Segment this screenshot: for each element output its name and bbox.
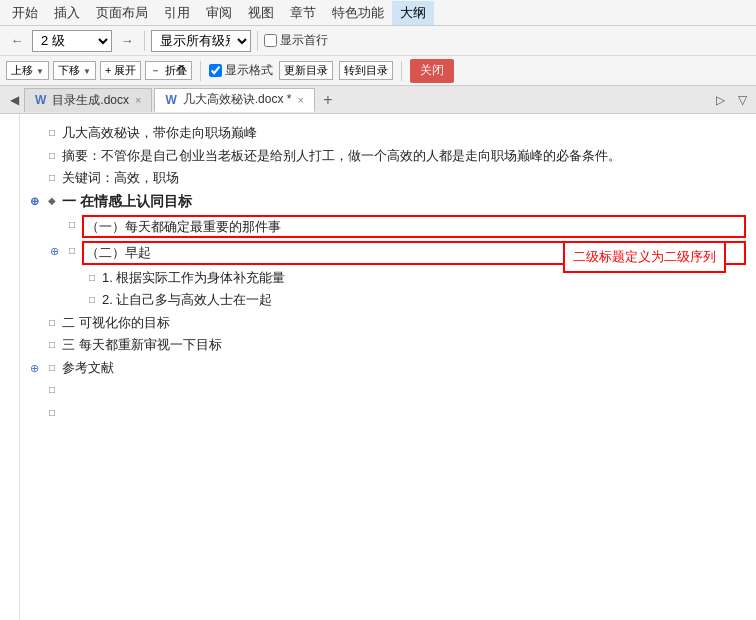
text-12[interactable] (62, 380, 746, 400)
menu-page-layout[interactable]: 页面布局 (88, 1, 156, 25)
level-select[interactable]: 2 级 (32, 30, 112, 52)
outline-item-3: □ 关键词：高效，职场 (26, 168, 746, 188)
show-level-select[interactable]: 显示所有级别 (151, 30, 251, 52)
content-area: □ 几大高效秘诀，带你走向职场巅峰 □ 摘要：不管你是自己创业当老板还是给别人打… (20, 114, 756, 620)
outline-item-7: □ 1. 根据实际工作为身体补充能量 (26, 268, 746, 288)
tab-2-label[interactable]: 几大高效秘诀.docx * (183, 91, 292, 108)
expand-3[interactable] (26, 168, 42, 187)
outline-item-9: □ 二 可视化你的目标 (26, 313, 746, 333)
text-13[interactable] (62, 403, 746, 423)
outline-item-4: ⊕ ◆ 一 在情感上认同目标 (26, 191, 746, 212)
expand-4[interactable]: ⊕ (26, 191, 42, 210)
outline-item-1: □ 几大高效秘诀，带你走向职场巅峰 (26, 123, 746, 143)
demote-button[interactable]: 下移 ▼ (53, 61, 96, 80)
bullet-12: □ (42, 380, 62, 397)
promote-button[interactable]: 上移 ▼ (6, 61, 49, 80)
text-2[interactable]: 摘要：不管你是自己创业当老板还是给别人打工，做一个高效的人都是走向职场巅峰的必备… (62, 146, 746, 166)
expand-1[interactable] (26, 123, 42, 142)
update-toc-button[interactable]: 更新目录 (279, 61, 333, 80)
tab-nav-right[interactable]: ▷ (710, 88, 730, 112)
text-1[interactable]: 几大高效秘诀，带你走向职场巅峰 (62, 123, 746, 143)
toolbar-group-outline: 上移 ▼ 下移 ▼ + 展开 － 折叠 (6, 61, 192, 80)
menu-outline[interactable]: 大纲 (392, 1, 434, 25)
left-gutter (0, 114, 20, 620)
tab-2-close[interactable]: × (297, 94, 303, 106)
bullet-3: □ (42, 168, 62, 185)
outline-item-5: □ （一）每天都确定最重要的那件事 (26, 215, 746, 239)
expand-13[interactable] (26, 403, 42, 422)
toolbar-lower: 上移 ▼ 下移 ▼ + 展开 － 折叠 显示格式 更新目录 转到目录 关闭 (0, 56, 756, 86)
tab-1[interactable]: W 目录生成.docx × (24, 88, 152, 112)
menu-view[interactable]: 视图 (240, 1, 282, 25)
menu-insert[interactable]: 插入 (46, 1, 88, 25)
text-4[interactable]: 一 在情感上认同目标 (62, 191, 746, 212)
menu-references[interactable]: 引用 (156, 1, 198, 25)
demote-arrow: ▼ (83, 67, 91, 76)
expand-5[interactable] (46, 215, 62, 234)
tab-1-label[interactable]: 目录生成.docx (52, 92, 129, 109)
separator-4 (401, 61, 402, 81)
expand-6[interactable]: ⊕ (46, 241, 62, 260)
bullet-10: □ (42, 335, 62, 352)
separator-2 (257, 31, 258, 51)
tab-2-icon: W (165, 93, 176, 107)
tab-nav-left[interactable]: ◀ (4, 88, 24, 112)
close-outline-button[interactable]: 关闭 (410, 59, 454, 83)
bullet-8: □ (82, 290, 102, 307)
expand-12[interactable] (26, 380, 42, 399)
tab-add-button[interactable]: + (317, 89, 339, 111)
outline-item-8: □ 2. 让自己多与高效人士在一起 (26, 290, 746, 310)
bullet-5: □ (62, 215, 82, 232)
expand-8[interactable] (66, 290, 82, 309)
toolbar-upper: ← 2 级 → 显示所有级别 显示首行 (0, 26, 756, 56)
bullet-13: □ (42, 403, 62, 420)
bullet-7: □ (82, 268, 102, 285)
goto-toc-button[interactable]: 转到目录 (339, 61, 393, 80)
tab-nav-down[interactable]: ▽ (732, 88, 752, 112)
outline-item-13: □ (26, 403, 746, 423)
separator-1 (144, 31, 145, 51)
promote-arrow: ▼ (36, 67, 44, 76)
text-11[interactable]: 参考文献 (62, 358, 746, 378)
text-3[interactable]: 关键词：高效，职场 (62, 168, 746, 188)
outline-item-6: ⊕ □ （二）早起 二级标题定义为二级序列 (26, 241, 746, 265)
tab-right-buttons: ▷ ▽ (710, 88, 752, 112)
menu-chapter[interactable]: 章节 (282, 1, 324, 25)
menu-start[interactable]: 开始 (4, 1, 46, 25)
main-area: □ 几大高效秘诀，带你走向职场巅峰 □ 摘要：不管你是自己创业当老板还是给别人打… (0, 114, 756, 620)
nav-fwd-button[interactable]: → (116, 30, 138, 52)
text-7[interactable]: 1. 根据实际工作为身体补充能量 (102, 268, 746, 288)
collapse-button[interactable]: － 折叠 (145, 61, 191, 80)
bullet-9: □ (42, 313, 62, 330)
outline-item-12: □ (26, 380, 746, 400)
tab-1-close[interactable]: × (135, 94, 141, 106)
menu-review[interactable]: 审阅 (198, 1, 240, 25)
expand-9[interactable] (26, 313, 42, 332)
menu-special[interactable]: 特色功能 (324, 1, 392, 25)
show-format-checkbox[interactable] (209, 64, 222, 77)
level-display: 2 级 (32, 30, 112, 52)
outline-item-10: □ 三 每天都重新审视一下目标 (26, 335, 746, 355)
nav-back-button[interactable]: ← (6, 30, 28, 52)
bullet-11: □ (42, 358, 62, 375)
tab-1-icon: W (35, 93, 46, 107)
bullet-1: □ (42, 123, 62, 140)
expand-11[interactable]: ⊕ (26, 358, 42, 377)
text-10[interactable]: 三 每天都重新审视一下目标 (62, 335, 746, 355)
show-format-label[interactable]: 显示格式 (209, 62, 273, 79)
tab-2[interactable]: W 几大高效秘诀.docx * × (154, 88, 314, 112)
text-9[interactable]: 二 可视化你的目标 (62, 313, 746, 333)
outline-item-2: □ 摘要：不管你是自己创业当老板还是给别人打工，做一个高效的人都是走向职场巅峰的… (26, 146, 746, 166)
bullet-2: □ (42, 146, 62, 163)
show-first-line-label[interactable]: 显示首行 (264, 32, 328, 49)
expand-10[interactable] (26, 335, 42, 354)
bullet-6: □ (62, 241, 82, 258)
text-5[interactable]: （一）每天都确定最重要的那件事 (82, 215, 746, 239)
expand-button[interactable]: + 展开 (100, 61, 141, 80)
expand-2[interactable] (26, 146, 42, 165)
show-first-line-checkbox[interactable] (264, 34, 277, 47)
text-8[interactable]: 2. 让自己多与高效人士在一起 (102, 290, 746, 310)
expand-7[interactable] (66, 268, 82, 287)
bullet-4: ◆ (42, 191, 62, 208)
outline-item-11: ⊕ □ 参考文献 (26, 358, 746, 378)
